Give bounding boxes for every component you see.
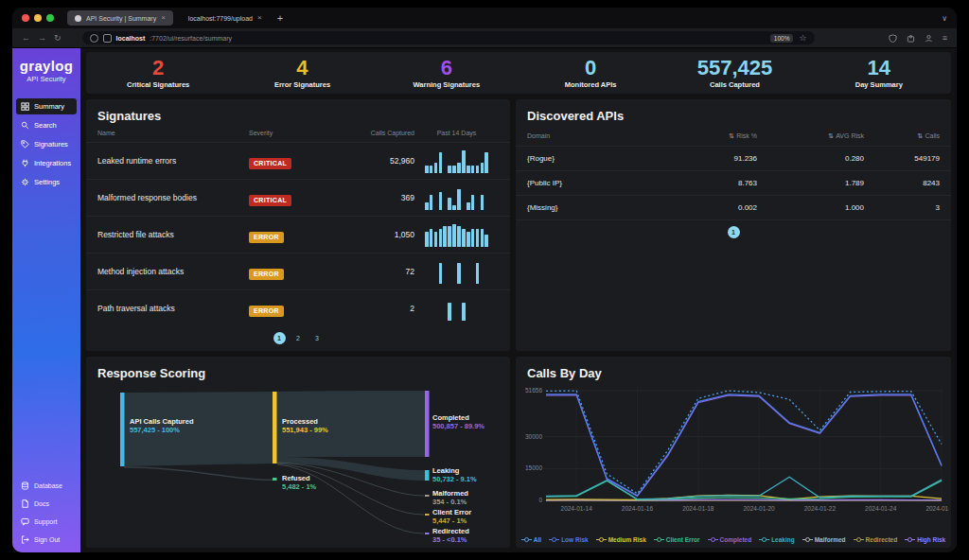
sidebar-item-summary[interactable]: Summary xyxy=(16,98,77,114)
legend-item-low-risk[interactable]: Low Risk xyxy=(549,536,589,543)
sidebar-item-database[interactable]: Database xyxy=(16,480,77,492)
sidebar-item-integrations[interactable]: Integrations xyxy=(16,155,77,171)
discovered-apis-panel: Discovered APIs Domain ⇅Risk % ⇅AVG Risk… xyxy=(516,99,951,351)
sankey-node-redirected[interactable] xyxy=(425,533,430,534)
legend-item-leaking[interactable]: Leaking xyxy=(759,536,795,543)
table-row[interactable]: Restricted file attacks ERROR 1,050 xyxy=(86,216,510,253)
x-axis-tick: 2024-01-18 xyxy=(682,505,714,512)
legend-marker-icon xyxy=(854,536,864,543)
chart-legend: AllLow RiskMedium RiskClient ErrorComple… xyxy=(516,536,951,543)
stat-label: Warning Signatures xyxy=(414,80,481,89)
sankey-node-refused[interactable] xyxy=(273,478,277,481)
shield-permissions-icon[interactable] xyxy=(90,34,98,43)
reload-icon[interactable]: ↻ xyxy=(54,34,62,43)
sparkline xyxy=(425,222,488,247)
spark-bar xyxy=(452,224,456,247)
menu-hamburger-icon[interactable]: ≡ xyxy=(943,33,947,43)
address-input[interactable]: localhost :7702/ui/resurface/summary 100… xyxy=(82,31,815,44)
list-tabs-chevron-icon[interactable]: ∨ xyxy=(942,14,947,23)
legend-label: Malformed xyxy=(815,536,846,543)
table-row[interactable]: {Public IP} 8.763 1.789 8243 xyxy=(516,171,951,196)
table-row[interactable]: Path traversal attacks ERROR 2 xyxy=(86,289,510,326)
minimize-window-button[interactable] xyxy=(34,14,42,22)
legend-item-client-error[interactable]: Client Error xyxy=(654,536,700,543)
extensions-puzzle-icon[interactable] xyxy=(907,34,915,43)
window-controls xyxy=(22,14,54,22)
legend-item-completed[interactable]: Completed xyxy=(708,536,752,543)
tab-favicon xyxy=(75,15,81,22)
stat-label: Day Summary xyxy=(855,80,903,89)
table-row[interactable]: {Missing} 0.002 1.000 3 xyxy=(516,196,951,220)
series-line-low-risk xyxy=(546,394,942,496)
sidebar-item-support[interactable]: Support xyxy=(16,516,77,528)
legend-item-redirected[interactable]: Redirected xyxy=(854,536,898,543)
sankey-node-client-error[interactable] xyxy=(425,514,430,516)
spark-bar xyxy=(484,152,488,173)
profile-icon[interactable] xyxy=(925,34,933,43)
table-row[interactable]: Method injection attacks ERROR 72 xyxy=(86,253,510,289)
column-header-domain[interactable]: Domain xyxy=(527,132,650,140)
sort-icon[interactable]: ⇅ xyxy=(918,132,924,139)
shield-extension-icon[interactable] xyxy=(889,34,897,43)
sidebar-item-signatures[interactable]: Signatures xyxy=(16,136,77,152)
page-button-1[interactable]: 1 xyxy=(273,332,286,344)
legend-marker-icon xyxy=(654,536,664,543)
spark-bar xyxy=(452,205,456,210)
legend-item-malformed[interactable]: Malformed xyxy=(802,536,846,543)
sort-icon[interactable]: ⇅ xyxy=(828,132,834,139)
sankey-node-completed[interactable] xyxy=(425,391,430,457)
column-header-past-14-days[interactable]: Past 14 Days xyxy=(414,130,499,136)
column-header-risk[interactable]: ⇅Risk % xyxy=(650,132,757,140)
y-axis-tick: 51656 xyxy=(525,387,542,394)
legend-item-high-risk[interactable]: High Risk xyxy=(905,536,945,543)
close-tab-icon[interactable]: × xyxy=(161,14,166,22)
y-axis-tick: 30000 xyxy=(525,433,542,440)
sankey-node-processed[interactable] xyxy=(273,392,277,464)
column-header-calls[interactable]: Calls Captured xyxy=(339,130,414,136)
table-row[interactable]: {Rogue} 91.236 0.280 549179 xyxy=(516,147,951,171)
forward-icon[interactable]: → xyxy=(38,34,46,43)
domain: {Missing} xyxy=(527,203,650,212)
spark-bar xyxy=(430,166,433,173)
legend-item-medium-risk[interactable]: Medium Risk xyxy=(596,536,646,543)
page-button-3[interactable]: 3 xyxy=(311,332,324,344)
legend-label: Redirected xyxy=(866,536,898,543)
main-content: 2 Critical Signatures 4 Error Signatures… xyxy=(80,48,957,552)
spark-bar xyxy=(457,163,461,173)
column-header-severity[interactable]: Severity xyxy=(249,130,339,136)
back-icon[interactable]: ← xyxy=(22,34,30,43)
sidebar-item-docs[interactable]: Docs xyxy=(16,498,77,510)
browser-url-bar: ← → ↻ localhost :7702/ui/resurface/summa… xyxy=(12,28,957,48)
column-header-avg-risk[interactable]: ⇅AVG Risk xyxy=(757,132,864,140)
tab-localhost-upload[interactable]: localhost:7799/upload × xyxy=(181,10,270,26)
bookmark-star-icon[interactable]: ☆ xyxy=(799,33,806,43)
sankey-label-leaking: Leaking 50,732 - 9.1% xyxy=(432,466,477,484)
page-button-1[interactable]: 1 xyxy=(728,226,740,238)
legend-item-all[interactable]: All xyxy=(521,536,541,543)
column-header-calls[interactable]: ⇅Calls xyxy=(864,132,940,140)
maximize-window-button[interactable] xyxy=(46,14,54,22)
sidebar-item-label: Signatures xyxy=(34,140,68,149)
sidebar-item-settings[interactable]: Settings xyxy=(16,174,77,190)
sidebar-item-search[interactable]: Search xyxy=(16,117,77,133)
tab-api-security-summary[interactable]: API Security | Summary × xyxy=(67,10,173,26)
risk-pct: 0.002 xyxy=(650,203,757,212)
close-window-button[interactable] xyxy=(22,14,29,22)
table-row[interactable]: Malformed response bodies CRITICAL 369 xyxy=(86,179,510,216)
page-button-2[interactable]: 2 xyxy=(292,332,305,344)
column-header-name[interactable]: Name xyxy=(97,130,249,136)
sankey-node-malformed[interactable] xyxy=(425,495,430,497)
sort-icon[interactable]: ⇅ xyxy=(729,132,734,139)
sparkline xyxy=(425,149,488,173)
zoom-level-badge[interactable]: 100% xyxy=(770,34,794,43)
page-info-icon[interactable] xyxy=(103,34,112,43)
sankey-node-captured[interactable] xyxy=(120,393,125,466)
x-axis-tick: 2024-01-26 xyxy=(925,505,949,512)
legend-marker-icon xyxy=(549,536,559,543)
table-row[interactable]: Leaked runtime errors CRITICAL 52,960 xyxy=(86,142,510,179)
close-tab-icon[interactable]: × xyxy=(257,14,262,22)
sidebar-item-sign-out[interactable]: Sign Out xyxy=(16,534,77,546)
spark-bar xyxy=(471,195,475,210)
sankey-node-leaking[interactable] xyxy=(425,470,430,481)
new-tab-button[interactable]: + xyxy=(277,13,283,24)
